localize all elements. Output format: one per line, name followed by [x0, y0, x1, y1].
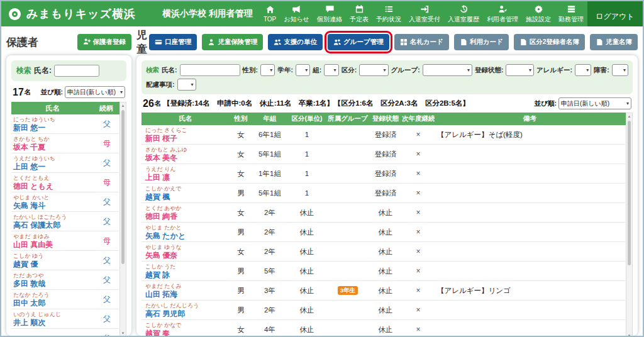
toolbar-button-3[interactable]: 支援の単位 — [268, 34, 323, 50]
child-row[interactable]: さかもと みふゆ坂本 美冬女5年1組1登録済× — [142, 145, 625, 164]
children-scroll-thumb[interactable] — [628, 121, 631, 265]
guardian-row[interactable]: ただ あつや多田 敦哉父 — [11, 270, 119, 290]
scroll-up-icon[interactable]: ▲ — [626, 114, 632, 118]
toolbar-button-2[interactable]: 児童保険管理 — [202, 34, 263, 50]
nav-item-facility-settings[interactable]: 施設設定 — [522, 1, 555, 26]
child-row[interactable]: こしか うた越賀 詠男5年休止休止× — [142, 262, 625, 281]
child-name: 高石 男児郎 — [145, 309, 230, 318]
guardian-scrollbar[interactable]: ▲ ▼ — [119, 102, 126, 336]
child-row[interactable]: こしか かなで越賀 奏女4年休止休止× — [142, 320, 625, 336]
toolbar-button-1[interactable]: 口座管理 — [149, 34, 197, 50]
chevron-down-icon: ▾ — [467, 67, 470, 73]
child-row[interactable]: うえだ りん上田 凛女1年1組1登録済× — [142, 164, 625, 184]
child-row[interactable]: たかいし だんじろう高石 男児郎男2年休止休止× — [142, 301, 625, 320]
filter-row-2: 配慮事項:▾ — [146, 78, 628, 91]
guardian-row[interactable]: いのうえ じゅんじ井上 順次父 — [11, 309, 119, 329]
nav-item-entry-reception[interactable]: 入退室受付 — [405, 1, 444, 26]
filter-select[interactable]: ▾ — [324, 64, 338, 76]
guardian-name-cell: さかもと ちか坂本 千夏 — [11, 136, 95, 152]
toolbar-button-8[interactable]: 児童名簿 — [590, 34, 638, 50]
child-furigana: こしか かえで — [145, 185, 230, 192]
nav-item-label: 入退室受付 — [409, 15, 440, 24]
guardian-row[interactable]: うえだ ゆういち上田 悠一父 — [11, 153, 119, 173]
logout-button[interactable]: ログアウト — [587, 1, 643, 26]
child-next-year: × — [402, 325, 435, 334]
filter-select[interactable]: ▾ — [177, 79, 196, 91]
children-scrollbar[interactable]: ▲ ▼ — [626, 113, 633, 336]
child-furigana: とくだ あやか — [145, 205, 230, 212]
chevron-down-icon: ▾ — [334, 67, 336, 73]
nav-item-schedule[interactable]: 予定表 — [346, 1, 372, 26]
children-sort-select[interactable]: 申請日(新しい順)▾ — [558, 97, 631, 109]
filter-select[interactable]: ▾ — [296, 64, 310, 76]
user-icon — [498, 4, 508, 14]
guardian-scroll-thumb[interactable] — [121, 110, 125, 264]
child-row[interactable]: にった さくらこ新田 桜子女6年1組1登録済×【アレルギー】そば(軽度) — [142, 125, 625, 145]
child-furigana: こしか うた — [145, 263, 230, 270]
children-col-header: 次年度継続 — [402, 114, 435, 123]
nav-item-user-management[interactable]: 利用者管理 — [483, 1, 522, 26]
nav-item-entry-history[interactable]: 入退室履歴 — [444, 1, 483, 26]
child-kubun: 1 — [287, 189, 326, 197]
app-logo-icon — [8, 6, 23, 21]
guardian-name-label: 氏名: — [34, 65, 52, 76]
guardian-name-input[interactable] — [54, 65, 99, 77]
nav-item-work-management[interactable]: 勤務管理 — [555, 1, 587, 26]
child-kubun: 休止 — [287, 306, 326, 315]
guardian-list: にった ゆういち新田 悠一父さかもと ちか坂本 千夏母うえだ ゆういち上田 悠一… — [11, 114, 126, 336]
filter-select[interactable]: ▾ — [612, 64, 628, 76]
guardian-name-cell: いのうえ じゅんじ井上 順次 — [11, 311, 95, 327]
guardian-row[interactable]: こしか ゆう越賀 優父 — [11, 251, 119, 270]
guardian-row[interactable]: たかいし ほごたろう高石 保護太郎父 — [11, 212, 119, 231]
child-grade: 5年 — [252, 267, 287, 276]
filter-select[interactable]: ▾ — [260, 64, 275, 76]
scroll-down-icon[interactable]: ▼ — [626, 334, 632, 336]
children-sort-label: 並び順: — [535, 99, 557, 108]
child-furigana: こしか かなで — [145, 322, 230, 329]
guardian-row[interactable]: やまだ まゆみ山田 真由美母 — [11, 231, 119, 251]
child-row[interactable]: やまだ たくみ山田 拓海男3年休止3年生休止×【アレルギー】リンゴ — [142, 281, 625, 301]
nav-item-top[interactable]: TOP — [260, 1, 280, 26]
guardian-row[interactable]: さかもと ちか坂本 千夏母 — [11, 134, 119, 153]
toolbar-button-5[interactable]: 名札カード — [394, 34, 449, 50]
guardian-furigana: やじま かいと — [13, 194, 95, 201]
guardian-row[interactable]: やじま かいと矢島 海斗父 — [11, 192, 119, 212]
guardian-row[interactable]: たなか たろう田中 太郎父 — [11, 290, 119, 309]
child-next-year: × — [402, 247, 435, 256]
guardian-name-cell: ただ あつや多田 敦哉 — [11, 272, 95, 288]
nav-item-individual-contact[interactable]: 個別連絡 — [313, 1, 346, 26]
child-remarks: 【アレルギー】そば(軽度) — [435, 130, 625, 140]
guardian-furigana: やまだ まゆみ — [13, 233, 95, 240]
filter-select[interactable]: ▾ — [359, 64, 388, 76]
child-row[interactable]: やじま ゆうな矢島 優奈女2年休止休止× — [142, 242, 625, 262]
child-row[interactable]: とくだ あやか徳田 絢香女2年休止休止× — [142, 203, 625, 223]
guardian-row[interactable]: いのうえ じゅんじ父 — [11, 329, 119, 336]
guardian-name-cell: いのうえ じゅんじ — [11, 335, 95, 336]
guardian-name-cell: とくだ ともえ徳田 ともえ — [11, 175, 95, 191]
child-sex: 女 — [230, 208, 252, 218]
child-row[interactable]: やじま たかと矢島 たかと男2年休止休止× — [142, 223, 625, 242]
guardian-sort-select[interactable]: 申請日(新しい順)▾ — [65, 86, 125, 98]
filter-select[interactable]: ▾ — [506, 64, 534, 76]
scroll-down-icon[interactable]: ▼ — [120, 331, 126, 335]
scroll-up-icon[interactable]: ▲ — [120, 104, 126, 108]
children-header: 児童 口座管理児童保険管理支援の単位グループ管理名札カード利用カード区分2登録者… — [136, 31, 638, 53]
guardian-row[interactable]: にった ゆういち新田 悠一父 — [11, 114, 119, 134]
filter-select[interactable]: ▾ — [423, 64, 472, 76]
chevron-down-icon: ▾ — [305, 67, 308, 73]
guardian-row[interactable]: とくだ ともえ徳田 ともえ母 — [11, 173, 119, 192]
toolbar-button-4-highlighted[interactable]: グループ管理 — [328, 34, 389, 50]
nav-item-reservation-status[interactable]: 予約状況 — [372, 1, 405, 26]
child-grade: 2年 — [252, 228, 287, 237]
child-grade: 6年1組 — [252, 130, 287, 140]
child-status: 登録済 — [369, 150, 402, 159]
toolbar-button-7[interactable]: 区分2登録者名簿 — [514, 34, 585, 50]
register-guardian-button[interactable]: 保護者登録 — [77, 34, 132, 50]
child-sex: 男 — [230, 286, 252, 296]
guardian-relation: 母 — [95, 138, 119, 149]
nav-item-notice[interactable]: お知らせ — [280, 1, 313, 26]
child-row[interactable]: こしか かえで越賀 楓男5年1組1登録済× — [142, 184, 625, 203]
toolbar-button-6[interactable]: 利用カード — [454, 34, 509, 50]
filter-select[interactable]: ▾ — [575, 64, 591, 76]
children-name-input[interactable] — [180, 64, 240, 76]
